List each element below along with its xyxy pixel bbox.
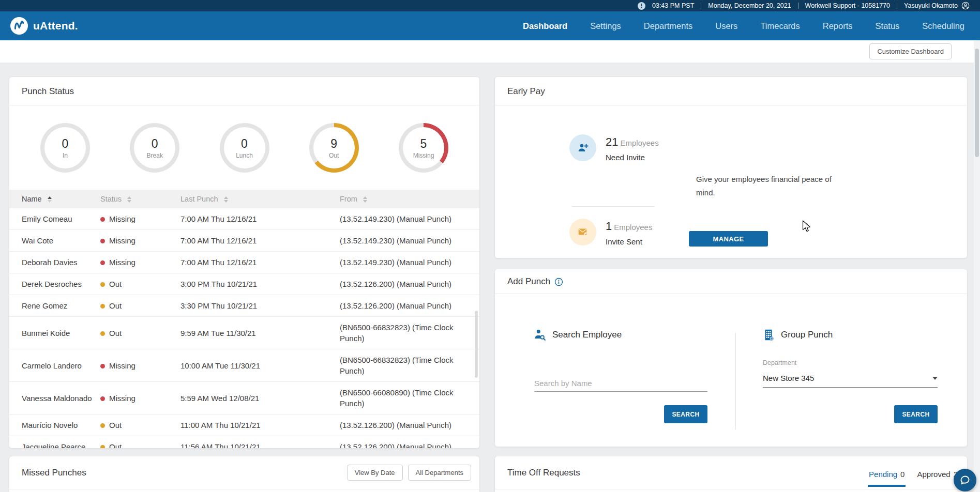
cell-status: Out [100,295,180,317]
table-row: Bunmei KoideOut9:59 AM Tue 11/30/21(BN65… [9,317,479,349]
invite-sent-badge [569,219,596,245]
group-punch-search-button[interactable]: SEARCH [894,405,938,423]
status-dot [100,260,105,265]
tab-count: 0 [900,470,904,479]
add-punch-header: Add Punch [495,269,967,294]
add-punch-title: Add Punch [507,276,550,287]
cell-name: Vanessa Maldonado [9,382,100,414]
missed-punches-card: Missed Punches View By Date All Departme… [9,456,480,492]
nav-item-reports[interactable]: Reports [823,21,853,31]
divider [897,3,897,9]
early-pay-header: Early Pay [495,77,967,105]
column-header-status[interactable]: Status [100,190,180,208]
table-row: Wai CoteMissing7:00 AM Thu 12/16/21(13.5… [9,230,479,252]
time-off-title: Time Off Requests [507,468,580,478]
cell-status: Missing [100,252,180,273]
cell-name: Jacqueline Pearce [9,436,100,449]
status-dot [100,423,105,428]
punch-table: Name Status Last Punch From [9,190,479,449]
cell-status: Missing [100,208,180,230]
time-off-tabs: Pending0Approved2 [868,464,959,487]
search-employee-heading: Search Employee [533,328,622,342]
add-punch-body: Search Employee SEARCH G [495,294,967,445]
nav-item-dashboard[interactable]: Dashboard [523,21,567,31]
clock-time: 03:43 PM PST [652,2,694,9]
brand-logo[interactable]: uAttend. [10,17,78,35]
cell-last-punch: 7:00 AM Thu 12/16/21 [180,252,340,273]
punch-status-card: Punch Status 0In0Break0Lunch9Out5Missing… [9,76,480,449]
status-dot [100,217,105,222]
cell-name: Wai Cote [9,230,100,252]
page-scrollbar-thumb[interactable] [975,49,979,157]
cell-name: Deborah Davies [9,252,100,273]
divider [798,3,798,9]
early-pay-card: Early Pay 21Employees Need Invite [494,76,968,258]
divider [701,3,701,9]
alert-info-icon[interactable]: ! [638,2,645,10]
customize-dashboard-button[interactable]: Customize Dashboard [869,43,952,59]
cell-name: Carmelo Landero [9,349,100,382]
cell-from: (13.52.126.200) (Manual Punch) [340,414,479,436]
punch-table-header-row: Name Status Last Punch From [9,190,479,208]
stat-circle-break: 0Break [130,123,179,173]
nav-item-scheduling[interactable]: Scheduling [922,21,964,31]
stat-label: Missing [413,152,434,159]
punch-status-title: Punch Status [22,86,74,97]
manage-button[interactable]: MANAGE [689,231,768,247]
stat-inner: 5Missing [403,127,444,168]
department-value: New Store 345 [763,374,814,382]
tab-pending[interactable]: Pending0 [868,470,906,487]
cell-status: Missing [100,382,180,414]
page-scrollbar-track[interactable] [974,40,980,492]
uattend-logo-icon [10,17,28,35]
building-icon [762,328,775,342]
cell-status: Out [100,317,180,349]
view-by-date-button[interactable]: View By Date [347,465,403,481]
user-menu[interactable]: Yasuyuki Okamoto [904,2,970,10]
nav-item-users[interactable]: Users [715,21,737,31]
early-pay-description: Give your employees financial peace of m… [696,173,841,199]
cell-status: Missing [100,349,180,382]
column-header-from[interactable]: From [340,190,479,208]
department-select[interactable]: New Store 345 [763,372,938,388]
nav-item-departments[interactable]: Departments [644,21,692,31]
status-dot [100,331,105,336]
nav-items: DashboardSettingsDepartmentsUsersTimecar… [523,21,964,31]
stat-inner: 0In [44,127,86,168]
punch-status-header: Punch Status [9,77,479,105]
search-employee-input[interactable] [534,377,707,392]
cell-status: Out [100,273,180,295]
tab-approved[interactable]: Approved2 [916,470,959,487]
cell-name: Derek Desroches [9,273,100,295]
nav-item-settings[interactable]: Settings [590,21,621,31]
chat-support-button[interactable] [954,469,976,491]
nav-item-timecards[interactable]: Timecards [760,21,800,31]
need-invite-stat: 21Employees Need Invite [606,135,659,162]
need-invite-unit: Employees [620,139,658,147]
column-header-last-punch[interactable]: Last Punch [180,190,340,208]
stat-value: 5 [420,137,427,151]
current-date: Monday, December 20, 2021 [708,2,791,9]
need-invite-badge [569,134,596,161]
cell-last-punch: 10:00 AM Tue 11/30/21 [180,349,340,382]
department-label: Department [763,359,796,366]
cell-from: (13.52.149.230) (Manual Punch) [340,252,479,273]
tab-label: Approved [917,470,950,479]
stat-value: 0 [152,137,158,151]
all-departments-button[interactable]: All Departments [408,465,471,481]
status-dot [100,239,105,243]
need-invite-count: 21 [606,135,618,148]
search-employee-button[interactable]: SEARCH [664,405,707,423]
status-dot [100,445,105,449]
cell-last-punch: 11:56 AM Thu 10/21/21 [180,436,340,449]
column-header-name[interactable]: Name [9,190,100,208]
cell-from: (13.52.149.230) (Manual Punch) [340,208,479,230]
invite-sent-stat: 1Employees Invite Sent [606,220,652,246]
info-icon[interactable] [554,278,563,286]
top-utility-bar: ! 03:43 PM PST Monday, December 20, 2021… [0,0,980,11]
cell-name: Bunmei Koide [9,317,100,349]
chevron-down-icon [932,377,938,380]
table-scrollbar-thumb[interactable] [475,311,478,378]
stat-circle-missing: 5Missing [399,123,448,173]
nav-item-status[interactable]: Status [876,21,900,31]
